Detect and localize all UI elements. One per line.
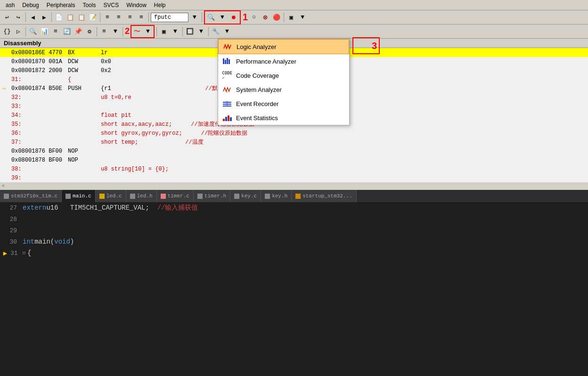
tb2-btn4[interactable]: 📊 [39,26,49,37]
svg-rect-11 [228,115,229,121]
svg-rect-1 [225,60,226,64]
back-btn[interactable]: ◀ [28,12,38,23]
fputc-selector[interactable]: fputc [151,13,188,22]
disassembly-panel: Disassembly 0x0800186E 4770 BX lr 0x0800… [0,39,588,190]
tab-keyh[interactable]: key.h [261,190,292,202]
align-btn2[interactable]: ≡ [114,12,124,23]
svg-rect-0 [223,58,224,64]
record-btn[interactable]: ● [229,12,239,23]
dropdown-menu: Logic Analyzer Performance Analyzer CODE… [218,39,350,125]
menu-item-system-analyzer[interactable]: t System Analyzer [218,82,349,97]
dis-row-indent-8: 38: u8 string[10] = {0}; [0,164,588,173]
tb2-btn5[interactable]: ≡ [50,26,61,37]
align-btn4[interactable]: ≡ [136,12,147,23]
menu-item-event-recorder[interactable]: Event Recorder [218,97,349,111]
forward-btn[interactable]: ▶ [39,12,49,23]
tab-startup[interactable]: startup_stm32... [292,190,357,202]
analyzer-btn[interactable]: 〜 [132,26,142,37]
tb2-btn7[interactable]: 📌 [73,26,83,37]
tab-icon-ledc [99,194,105,199]
dis-row-5: 0x08001878 BF00 NOP [0,155,588,164]
menu-item-perf-analyzer[interactable]: Performance Analyzer [218,54,349,68]
tab-icon-stm32 [4,194,9,199]
menu-ash[interactable]: ash [2,1,18,9]
dis-row-4: 0x08001876 BF00 NOP [0,147,588,155]
file-btn2[interactable]: 📋 [65,12,75,23]
undo-btn[interactable]: ↩ [2,12,12,23]
file-btn3[interactable]: 📋 [76,12,87,23]
tab-icon-main [65,194,71,199]
line-num-28: 28 [0,216,23,223]
dis-row-indent-6: 36: short gyrox,gyroy,gyroz; //陀螺仪原始数据 [0,129,588,138]
tab-timerh[interactable]: timer.h [194,190,230,202]
dis-row-indent-9: 39: [0,173,588,182]
tab-stm32[interactable]: stm32f10x_tim.c [0,190,62,202]
file-btn1[interactable]: 📄 [54,12,64,23]
tb2-btn8[interactable]: ≡ [99,26,109,37]
system-analyzer-icon: t [222,85,232,94]
redo-btn[interactable]: ↪ [13,12,24,23]
fold-icon[interactable]: ⊟ [23,250,25,256]
tb2-btn3[interactable]: 🔍 [28,26,38,37]
tb2-view-btn[interactable]: ▣ [159,26,169,37]
perf-analyzer-icon [222,57,232,65]
toolbar1: ↩ ↪ ◀ ▶ 📄 📋 📋 📝 ≡ ≡ ≡ ≡ fputc ▼ 🔍 ▼ ● 1 … [0,10,588,25]
tab-icon-ledh [130,194,135,199]
search-dropdown[interactable]: ▼ [217,12,228,23]
menu-tools[interactable]: Tools [79,1,99,9]
line-num-31: 31 [10,250,23,257]
menu-help[interactable]: Help [150,1,170,9]
layout-dropdown[interactable]: ▼ [297,12,308,23]
svg-text:t: t [226,90,228,93]
align-btn1[interactable]: ≡ [102,12,113,23]
svg-rect-9 [223,119,225,121]
logic-analyzer-label: Logic Analyzer [237,43,277,50]
tb2-chip-btn[interactable]: 🔲 [185,26,195,37]
tb2-btn6[interactable]: 🔄 [62,26,72,37]
line-num-29: 29 [0,227,23,234]
menu-item-code-coverage[interactable]: CODE✓ Code Coverage [218,68,349,82]
tb2-btn1[interactable]: {} [2,26,12,37]
stop-btn[interactable]: ⊗ [260,12,270,23]
reset-btn[interactable]: 🔴 [271,12,282,23]
menubar: ash Debug Peripherals Tools SVCS Window … [0,0,588,10]
svg-marker-8 [226,101,228,106]
system-analyzer-label: System Analyzer [236,86,282,93]
red-box-2: 〜 ▼ [131,25,155,38]
tb2-btn2[interactable]: ▷ [13,26,24,37]
tab-keyc[interactable]: key.c [230,190,261,202]
tb2-btn-dd1[interactable]: ▼ [110,26,121,37]
main-area: Disassembly 0x0800186E 4770 BX lr 0x0800… [0,39,588,376]
align-btn3[interactable]: ≡ [125,12,135,23]
code-line-28: 28 [0,213,588,225]
analyzer-dropdown[interactable]: ▼ [143,26,153,37]
fputc-dropdown-arrow[interactable]: ▼ [189,12,200,23]
menu-debug[interactable]: Debug [18,1,42,9]
file-btn4[interactable]: 📝 [88,12,98,23]
event-recorder-label: Event Recorder [236,100,278,107]
tab-ledc[interactable]: led.c [96,190,126,202]
menu-window[interactable]: Window [122,1,150,9]
tab-main[interactable]: main.c [62,190,96,202]
menu-peripherals[interactable]: Peripherals [43,1,79,9]
tb2-chip-dd[interactable]: ▼ [196,26,206,37]
code-line-31: ▶ 31 ⊟ { [0,247,588,259]
tb2-wrench-btn[interactable]: 🔧 [211,26,221,37]
tab-timerc[interactable]: timer.c [157,190,194,202]
editor-panel: stm32f10x_tim.c main.c led.c led.h timer… [0,190,588,376]
menu-item-event-stats[interactable]: Event Statistics [218,111,349,125]
tb2-wrench-dd[interactable]: ▼ [222,26,232,37]
menu-item-logic-analyzer[interactable]: Logic Analyzer [218,39,349,54]
tb2-view-dd[interactable]: ▼ [170,26,180,37]
dis-row-indent-7: 37: short temp; //温度 [0,138,588,147]
search-btn[interactable]: 🔍 [206,12,216,23]
line-num-27: 27 [0,204,23,212]
dis-scrollbar[interactable]: < [0,182,588,190]
tab-ledh[interactable]: led.h [126,190,157,202]
layout-btn[interactable]: ▣ [286,12,296,23]
tab-bar: stm32f10x_tim.c main.c led.c led.h timer… [0,190,588,202]
tb2-btn-more[interactable]: ⚙ [84,26,95,37]
tab-icon-keyh [265,194,270,199]
menu-svcs[interactable]: SVCS [99,1,122,9]
run-btn[interactable]: ○ [249,12,259,23]
